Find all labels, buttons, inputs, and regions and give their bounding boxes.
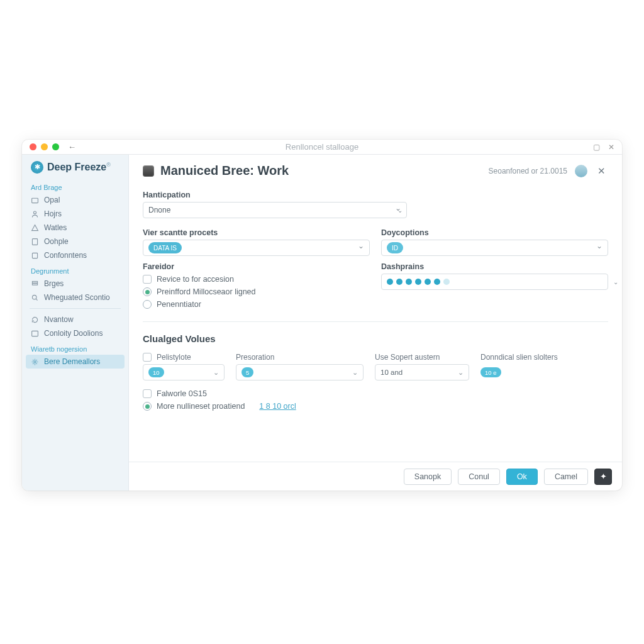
svg-rect-3 — [32, 253, 37, 258]
opt-preinfford[interactable]: Preinfford Millocseaor ligned — [143, 287, 370, 296]
dot-icon — [425, 279, 431, 285]
brand-name: Deep Freeze® — [47, 162, 111, 173]
refresh-icon — [31, 316, 39, 324]
chevron-down-icon: ⌄ — [613, 279, 618, 286]
use-super-label: Use Sopert austern — [375, 353, 469, 362]
vier-pill: DATA IS — [148, 242, 182, 253]
sidebar-item-label: Hojrs — [44, 209, 62, 218]
status-text: Seoanfoned or 21.0015 — [489, 167, 567, 175]
user-icon — [31, 210, 39, 218]
avatar[interactable] — [575, 165, 587, 177]
settings-dark-button[interactable]: ✦ — [594, 469, 612, 485]
sidebar-item-label: Conloity Doolions — [44, 329, 103, 338]
panel-icon — [31, 330, 39, 338]
window-close-button[interactable] — [30, 143, 36, 150]
close-panel-button[interactable]: ✕ — [595, 164, 608, 178]
checkbox-icon — [143, 275, 152, 284]
sanopk-button[interactable]: Sanopk — [404, 469, 452, 485]
camel-button[interactable]: Camel — [544, 469, 588, 485]
dot-icon — [387, 279, 393, 285]
titlebar: ← Renlloncel stalloage ▢ ✕ — [22, 140, 622, 155]
more-link[interactable]: 1 8 10 orcl — [259, 402, 296, 411]
dot-icon — [406, 279, 412, 285]
traffic-lights — [22, 143, 59, 150]
hanticpation-label: Hanticpation — [143, 191, 608, 199]
opt-more-nullineset[interactable]: More nullineset proatiend 1 8 10 orcl — [143, 402, 608, 411]
nav-group-1-label: Ard Brage — [22, 179, 128, 193]
vier-label: Vier scantte procets — [143, 228, 370, 237]
presoration-label: Presoration — [236, 353, 364, 362]
opt-revice[interactable]: Revice to for accesion — [143, 275, 370, 284]
presoration-select[interactable]: 5⌄ — [236, 364, 364, 380]
sidebar-item-watles[interactable]: Watles — [22, 221, 128, 235]
brand-logo-icon — [31, 161, 43, 174]
doycoptions-select[interactable]: ID — [381, 240, 608, 256]
chevron-down-icon: ⌄ — [213, 369, 219, 377]
back-button[interactable]: ← — [68, 142, 76, 152]
window-maximize-button[interactable] — [52, 143, 59, 150]
hanticpation-value: Dnone — [148, 206, 170, 214]
hanticpation-select[interactable]: Dnone ⌄ — [143, 202, 407, 218]
stack-icon — [31, 280, 39, 288]
cb-falworle[interactable]: Falworle 0S15 — [143, 389, 608, 398]
warning-icon — [31, 224, 39, 232]
sidebar-item-confonntens[interactable]: Confonntens — [22, 248, 128, 262]
window-minimize-button[interactable] — [41, 143, 48, 150]
donndical-field[interactable]: 10 e — [480, 364, 608, 380]
ok-button[interactable]: Ok — [506, 469, 538, 485]
chevron-down-icon: ⌄ — [397, 207, 402, 214]
window-title: Renlloncel stalloage — [22, 142, 622, 152]
sidebar-item-conloity[interactable]: Conloity Doolions — [22, 326, 128, 340]
list-icon — [31, 252, 39, 260]
vier-select[interactable]: DATA IS — [143, 240, 370, 256]
dot-icon — [396, 279, 402, 285]
opt-penenntiator[interactable]: Penenntiator — [143, 300, 370, 309]
pelistylote-pill: 10 — [148, 367, 164, 377]
sidebar-item-label: Brges — [44, 279, 64, 288]
svg-rect-2 — [32, 238, 37, 245]
conul-button[interactable]: Conul — [458, 469, 500, 485]
window-maximize-icon[interactable]: ▢ — [592, 143, 601, 152]
checkbox-icon — [143, 389, 152, 398]
radio-on-icon — [143, 402, 152, 411]
nav-group-2-label: Degrunment — [22, 262, 128, 277]
pelistylote-select[interactable]: 10⌄ — [143, 364, 225, 380]
search-icon — [31, 294, 39, 302]
sparkle-icon: ✦ — [600, 472, 607, 481]
page-title: Manuiced Bree: Work — [160, 164, 289, 178]
doycoptions-pill: ID — [387, 242, 403, 253]
doycoptions-label: Doycoptions — [381, 228, 608, 237]
section-clualged-volues: Clualged Volues — [143, 333, 608, 344]
sidebar-item-label: Nvantow — [44, 315, 74, 324]
sidebar-item-opal[interactable]: Opal — [22, 193, 128, 207]
sidebar-item-label: Watles — [44, 223, 67, 232]
cb-pelistylote[interactable]: Pelistylote — [143, 353, 225, 362]
sidebar-item-nvantow[interactable]: Nvantow — [22, 313, 128, 326]
window-close-icon[interactable]: ✕ — [607, 143, 616, 152]
folder-icon — [31, 196, 39, 204]
dashprains-input[interactable]: ⌄ — [381, 274, 608, 290]
radio-on-icon — [143, 287, 152, 296]
dot-icon — [415, 279, 421, 285]
sidebar-item-label: Bere Demeallors — [44, 357, 100, 366]
sidebar-item-oohple[interactable]: Oohple — [22, 235, 128, 248]
content: Manuiced Bree: Work Seoanfoned or 21.001… — [129, 155, 622, 491]
sidebar-item-bere-demeallors[interactable]: Bere Demeallors — [26, 355, 125, 369]
chevron-down-icon: ⌄ — [458, 369, 464, 377]
donndical-label: Donndical slien slolters — [480, 353, 608, 362]
doc-icon — [31, 238, 39, 246]
nav-group-4-label: Wiaretb nogersion — [22, 340, 128, 355]
svg-rect-0 — [32, 198, 38, 203]
fareidor-label: Fareidor — [143, 262, 370, 271]
sidebar-item-hojrs[interactable]: Hojrs — [22, 207, 128, 221]
presoration-pill: 5 — [242, 367, 253, 377]
svg-point-6 — [32, 295, 36, 299]
content-header: Manuiced Bree: Work Seoanfoned or 21.001… — [129, 155, 622, 182]
sidebar-item-wheguated[interactable]: Wheguated Scontio — [22, 291, 128, 304]
brand: Deep Freeze® — [22, 161, 128, 179]
use-super-select[interactable]: 10 and⌄ — [375, 364, 469, 380]
sidebar-item-brges[interactable]: Brges — [22, 277, 128, 291]
use-super-value: 10 and — [380, 369, 402, 376]
sidebar-item-label: Wheguated Scontio — [44, 293, 110, 302]
svg-rect-7 — [32, 331, 38, 336]
